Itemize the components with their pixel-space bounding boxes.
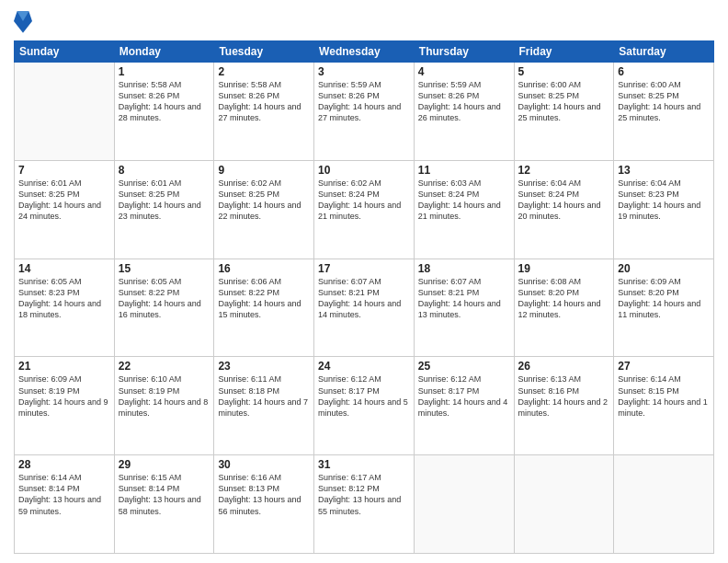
day-number: 27 (618, 360, 710, 373)
calendar-cell: 4Sunrise: 5:59 AMSunset: 8:26 PMDaylight… (414, 63, 514, 161)
day-info: Sunrise: 6:10 AMSunset: 8:19 PMDaylight:… (119, 373, 210, 419)
day-number: 2 (218, 65, 310, 78)
day-number: 23 (218, 360, 310, 373)
calendar-cell: 19Sunrise: 6:08 AMSunset: 8:20 PMDayligh… (514, 259, 614, 357)
calendar-cell: 21Sunrise: 6:09 AMSunset: 8:19 PMDayligh… (15, 357, 115, 455)
calendar-cell: 10Sunrise: 6:02 AMSunset: 8:24 PMDayligh… (314, 160, 415, 259)
calendar-week-row: 14Sunrise: 6:05 AMSunset: 8:23 PMDayligh… (15, 259, 714, 357)
day-number: 4 (418, 65, 510, 78)
day-info: Sunrise: 6:08 AMSunset: 8:20 PMDaylight:… (518, 276, 610, 321)
day-info: Sunrise: 6:17 AMSunset: 8:12 PMDaylight:… (318, 472, 410, 517)
calendar-cell: 1Sunrise: 5:58 AMSunset: 8:26 PMDaylight… (114, 63, 214, 161)
calendar-cell: 13Sunrise: 6:04 AMSunset: 8:23 PMDayligh… (614, 160, 714, 259)
day-info: Sunrise: 6:00 AMSunset: 8:25 PMDaylight:… (518, 79, 610, 124)
weekday-header-sunday: Sunday (15, 41, 115, 63)
day-info: Sunrise: 6:09 AMSunset: 8:19 PMDaylight:… (18, 373, 110, 419)
calendar-cell: 11Sunrise: 6:03 AMSunset: 8:24 PMDayligh… (414, 160, 514, 259)
calendar-cell (414, 455, 514, 554)
day-number: 31 (318, 458, 410, 471)
weekday-header-thursday: Thursday (414, 41, 514, 63)
day-number: 26 (518, 360, 610, 373)
calendar-cell: 15Sunrise: 6:05 AMSunset: 8:22 PMDayligh… (114, 259, 214, 357)
day-info: Sunrise: 5:58 AMSunset: 8:26 PMDaylight:… (119, 79, 210, 124)
day-info: Sunrise: 6:00 AMSunset: 8:25 PMDaylight:… (618, 79, 710, 124)
calendar-cell: 23Sunrise: 6:11 AMSunset: 8:18 PMDayligh… (214, 357, 314, 455)
day-number: 18 (418, 262, 510, 275)
day-number: 16 (218, 262, 310, 275)
day-number: 13 (618, 164, 710, 177)
calendar-cell: 31Sunrise: 6:17 AMSunset: 8:12 PMDayligh… (314, 455, 415, 554)
calendar-cell: 20Sunrise: 6:09 AMSunset: 8:20 PMDayligh… (614, 259, 714, 357)
weekday-header-row: SundayMondayTuesdayWednesdayThursdayFrid… (15, 41, 714, 63)
day-info: Sunrise: 6:15 AMSunset: 8:14 PMDaylight:… (119, 472, 210, 517)
day-number: 28 (18, 458, 110, 471)
page: SundayMondayTuesdayWednesdayThursdayFrid… (0, 0, 728, 563)
day-info: Sunrise: 6:02 AMSunset: 8:25 PMDaylight:… (218, 178, 310, 223)
day-number: 20 (618, 262, 710, 275)
day-info: Sunrise: 6:14 AMSunset: 8:14 PMDaylight:… (18, 472, 110, 517)
logo-icon (14, 9, 32, 35)
day-info: Sunrise: 6:03 AMSunset: 8:24 PMDaylight:… (418, 178, 510, 223)
day-number: 17 (318, 262, 410, 275)
day-number: 9 (218, 164, 310, 177)
day-info: Sunrise: 6:05 AMSunset: 8:22 PMDaylight:… (119, 276, 210, 321)
day-number: 19 (518, 262, 610, 275)
day-number: 1 (119, 65, 210, 78)
day-info: Sunrise: 6:07 AMSunset: 8:21 PMDaylight:… (418, 276, 510, 321)
calendar-cell: 9Sunrise: 6:02 AMSunset: 8:25 PMDaylight… (214, 160, 314, 259)
day-number: 5 (518, 65, 610, 78)
day-info: Sunrise: 6:12 AMSunset: 8:17 PMDaylight:… (318, 373, 410, 419)
day-info: Sunrise: 6:01 AMSunset: 8:25 PMDaylight:… (18, 178, 110, 223)
day-info: Sunrise: 5:58 AMSunset: 8:26 PMDaylight:… (218, 79, 310, 124)
day-info: Sunrise: 5:59 AMSunset: 8:26 PMDaylight:… (318, 79, 410, 124)
weekday-header-monday: Monday (114, 41, 214, 63)
calendar-cell: 14Sunrise: 6:05 AMSunset: 8:23 PMDayligh… (15, 259, 115, 357)
calendar-cell: 6Sunrise: 6:00 AMSunset: 8:25 PMDaylight… (614, 63, 714, 161)
calendar-table: SundayMondayTuesdayWednesdayThursdayFrid… (14, 40, 714, 554)
calendar-cell: 8Sunrise: 6:01 AMSunset: 8:25 PMDaylight… (114, 160, 214, 259)
calendar-cell: 12Sunrise: 6:04 AMSunset: 8:24 PMDayligh… (514, 160, 614, 259)
day-number: 24 (318, 360, 410, 373)
day-number: 8 (119, 164, 210, 177)
day-info: Sunrise: 6:04 AMSunset: 8:24 PMDaylight:… (518, 178, 610, 223)
calendar-cell: 22Sunrise: 6:10 AMSunset: 8:19 PMDayligh… (114, 357, 214, 455)
calendar-week-row: 7Sunrise: 6:01 AMSunset: 8:25 PMDaylight… (15, 160, 714, 259)
weekday-header-tuesday: Tuesday (214, 41, 314, 63)
calendar-cell: 24Sunrise: 6:12 AMSunset: 8:17 PMDayligh… (314, 357, 415, 455)
calendar-cell: 29Sunrise: 6:15 AMSunset: 8:14 PMDayligh… (114, 455, 214, 554)
calendar-week-row: 28Sunrise: 6:14 AMSunset: 8:14 PMDayligh… (15, 455, 714, 554)
day-info: Sunrise: 6:11 AMSunset: 8:18 PMDaylight:… (218, 373, 310, 419)
header (14, 9, 714, 35)
weekday-header-friday: Friday (514, 41, 614, 63)
day-number: 21 (18, 360, 110, 373)
logo (14, 9, 36, 35)
calendar-cell: 3Sunrise: 5:59 AMSunset: 8:26 PMDaylight… (314, 63, 415, 161)
weekday-header-saturday: Saturday (614, 41, 714, 63)
day-number: 11 (418, 164, 510, 177)
calendar-cell: 26Sunrise: 6:13 AMSunset: 8:16 PMDayligh… (514, 357, 614, 455)
day-info: Sunrise: 6:13 AMSunset: 8:16 PMDaylight:… (518, 373, 610, 419)
calendar-cell (514, 455, 614, 554)
calendar-cell: 28Sunrise: 6:14 AMSunset: 8:14 PMDayligh… (15, 455, 115, 554)
calendar-cell: 18Sunrise: 6:07 AMSunset: 8:21 PMDayligh… (414, 259, 514, 357)
day-number: 14 (18, 262, 110, 275)
day-number: 15 (119, 262, 210, 275)
calendar-week-row: 21Sunrise: 6:09 AMSunset: 8:19 PMDayligh… (15, 357, 714, 455)
calendar-cell: 25Sunrise: 6:12 AMSunset: 8:17 PMDayligh… (414, 357, 514, 455)
day-info: Sunrise: 6:09 AMSunset: 8:20 PMDaylight:… (618, 276, 710, 321)
calendar-cell: 27Sunrise: 6:14 AMSunset: 8:15 PMDayligh… (614, 357, 714, 455)
day-info: Sunrise: 6:12 AMSunset: 8:17 PMDaylight:… (418, 373, 510, 419)
day-info: Sunrise: 6:02 AMSunset: 8:24 PMDaylight:… (318, 178, 410, 223)
calendar-cell: 16Sunrise: 6:06 AMSunset: 8:22 PMDayligh… (214, 259, 314, 357)
day-info: Sunrise: 6:14 AMSunset: 8:15 PMDaylight:… (618, 373, 710, 419)
calendar-cell (614, 455, 714, 554)
day-number: 29 (119, 458, 210, 471)
day-info: Sunrise: 6:04 AMSunset: 8:23 PMDaylight:… (618, 178, 710, 223)
calendar-cell: 5Sunrise: 6:00 AMSunset: 8:25 PMDaylight… (514, 63, 614, 161)
day-info: Sunrise: 6:05 AMSunset: 8:23 PMDaylight:… (18, 276, 110, 321)
weekday-header-wednesday: Wednesday (314, 41, 415, 63)
calendar-cell: 30Sunrise: 6:16 AMSunset: 8:13 PMDayligh… (214, 455, 314, 554)
calendar-cell: 7Sunrise: 6:01 AMSunset: 8:25 PMDaylight… (15, 160, 115, 259)
calendar-cell: 2Sunrise: 5:58 AMSunset: 8:26 PMDaylight… (214, 63, 314, 161)
day-info: Sunrise: 5:59 AMSunset: 8:26 PMDaylight:… (418, 79, 510, 124)
